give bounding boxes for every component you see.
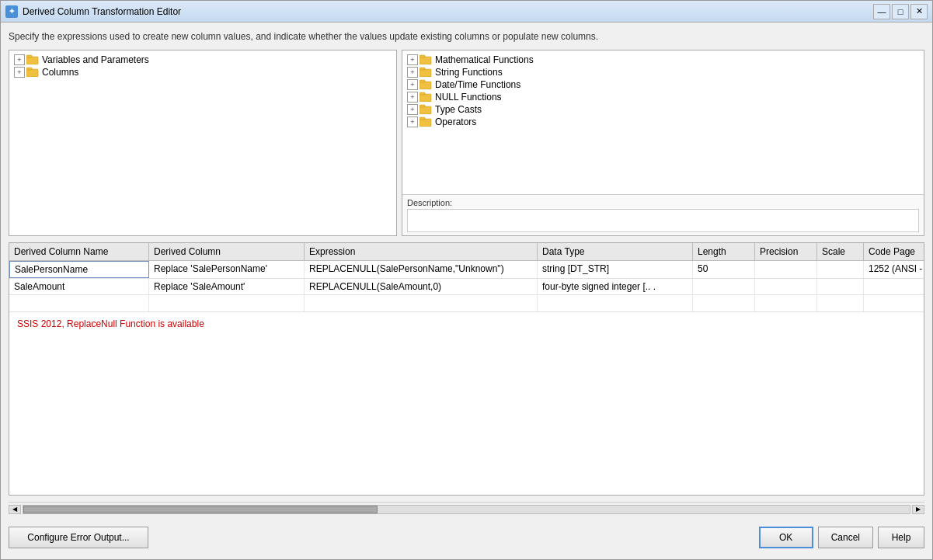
- cell-length-2[interactable]: [693, 279, 755, 294]
- tree-label-string: String Functions: [435, 67, 503, 78]
- close-button[interactable]: ✕: [910, 4, 928, 19]
- title-buttons: — □ ✕: [873, 4, 928, 19]
- svg-rect-14: [420, 119, 431, 127]
- scrollbar-thumb[interactable]: [23, 506, 378, 513]
- folder-icon-string: [420, 67, 432, 77]
- expand-icon-string[interactable]: +: [407, 67, 418, 78]
- tree-label-math: Mathematical Functions: [435, 54, 534, 65]
- cell-derived-1[interactable]: Replace 'SalePersonName': [149, 261, 305, 278]
- col-header-codepage: Code Page: [864, 243, 924, 260]
- cancel-button[interactable]: Cancel: [818, 527, 873, 548]
- col-header-name: Derived Column Name: [9, 243, 149, 260]
- expand-icon-null[interactable]: +: [407, 92, 418, 103]
- svg-rect-6: [420, 69, 431, 77]
- grid-body[interactable]: SalePersonName Replace 'SalePersonName' …: [9, 261, 924, 495]
- empty-cell-4: [538, 295, 693, 311]
- tree-label-datetime: Date/Time Functions: [435, 79, 520, 90]
- cell-name-2[interactable]: SaleAmount: [9, 279, 149, 294]
- horizontal-scrollbar[interactable]: ◀ ▶: [9, 502, 924, 516]
- folder-icon-datetime: [420, 79, 432, 89]
- svg-rect-4: [420, 57, 431, 64]
- window-title: Derived Column Transformation Editor: [23, 6, 873, 17]
- tree-item-columns[interactable]: + Columns: [12, 66, 393, 78]
- tree-label-columns: Columns: [42, 67, 78, 78]
- expand-icon-columns[interactable]: +: [14, 67, 25, 78]
- scrollbar-track[interactable]: [23, 505, 910, 514]
- title-bar: ✦ Derived Column Transformation Editor —…: [1, 1, 932, 23]
- cell-precision-1[interactable]: [755, 261, 817, 278]
- panels-row: + Variables and Parameters +: [9, 50, 924, 236]
- tree-item-math-functions[interactable]: + Mathematical Functions: [406, 54, 921, 66]
- svg-rect-1: [26, 55, 32, 57]
- right-panel-top[interactable]: + Mathematical Functions +: [402, 50, 924, 194]
- folder-icon-columns: [26, 67, 39, 77]
- minimize-button[interactable]: —: [873, 4, 890, 19]
- tree-item-variables[interactable]: + Variables and Parameters: [12, 54, 393, 66]
- empty-cell-2: [149, 295, 305, 311]
- scroll-right-button[interactable]: ▶: [912, 505, 924, 514]
- right-panel: + Mathematical Functions +: [402, 50, 924, 236]
- svg-rect-8: [420, 82, 431, 89]
- footer-right-buttons: OK Cancel Help: [759, 527, 924, 548]
- expand-icon-datetime[interactable]: +: [407, 79, 418, 90]
- expand-icon-typecasts[interactable]: +: [407, 104, 418, 115]
- expand-icon-math[interactable]: +: [407, 54, 418, 65]
- tree-item-datetime-functions[interactable]: + Date/Time Functions: [406, 78, 921, 91]
- folder-icon-null: [420, 92, 432, 102]
- cell-expression-1[interactable]: REPLACENULL(SalePersonName,"Unknown"): [305, 261, 538, 278]
- col-header-datatype: Data Type: [538, 243, 693, 260]
- cell-derived-2[interactable]: Replace 'SaleAmount': [149, 279, 305, 294]
- cell-precision-2[interactable]: [755, 279, 817, 294]
- expand-icon-operators[interactable]: +: [407, 117, 418, 127]
- cell-datatype-1[interactable]: string [DT_STR]: [538, 261, 693, 278]
- tree-item-string-functions[interactable]: + String Functions: [406, 66, 921, 78]
- table-row[interactable]: SalePersonName Replace 'SalePersonName' …: [9, 261, 924, 279]
- tree-label-typecasts: Type Casts: [435, 104, 482, 115]
- cell-datatype-2[interactable]: four-byte signed integer [.. .: [538, 279, 693, 294]
- configure-error-output-button[interactable]: Configure Error Output...: [9, 527, 148, 548]
- svg-rect-12: [420, 106, 431, 114]
- svg-rect-9: [420, 80, 425, 82]
- empty-cell-1: [9, 295, 149, 311]
- main-window: ✦ Derived Column Transformation Editor —…: [0, 0, 933, 560]
- col-header-length: Length: [693, 243, 755, 260]
- cell-length-1[interactable]: 50: [693, 261, 755, 278]
- maximize-button[interactable]: □: [892, 4, 909, 19]
- cell-scale-1[interactable]: [817, 261, 864, 278]
- svg-rect-7: [420, 68, 425, 70]
- col-header-expression: Expression: [305, 243, 538, 260]
- description-content-box: [407, 209, 919, 232]
- cell-expression-2[interactable]: REPLACENULL(SaleAmount,0): [305, 279, 538, 294]
- tree-label-null: NULL Functions: [435, 92, 502, 103]
- help-button[interactable]: Help: [878, 527, 924, 548]
- tree-item-null-functions[interactable]: + NULL Functions: [406, 91, 921, 103]
- cell-name-1[interactable]: SalePersonName: [9, 261, 149, 278]
- ok-button[interactable]: OK: [759, 527, 813, 548]
- table-row[interactable]: SaleAmount Replace 'SaleAmount' REPLACEN…: [9, 279, 924, 295]
- folder-icon-variables: [26, 54, 39, 64]
- folder-icon-operators: [420, 117, 432, 127]
- tree-item-type-casts[interactable]: + Type Casts: [406, 103, 921, 116]
- cell-codepage-2[interactable]: [864, 279, 924, 294]
- folder-icon-typecasts: [420, 104, 432, 114]
- svg-rect-3: [26, 68, 32, 70]
- empty-cell-8: [864, 295, 924, 311]
- left-panel[interactable]: + Variables and Parameters +: [9, 50, 397, 236]
- svg-rect-10: [420, 94, 431, 102]
- expand-icon-variables[interactable]: +: [14, 54, 25, 65]
- svg-rect-0: [26, 57, 38, 64]
- scroll-left-button[interactable]: ◀: [9, 505, 21, 514]
- tree-label-variables: Variables and Parameters: [42, 54, 149, 65]
- svg-rect-13: [420, 105, 425, 107]
- cell-codepage-1[interactable]: 1252 (ANSI - Latin I): [864, 261, 924, 278]
- svg-rect-15: [420, 117, 425, 120]
- tree-item-operators[interactable]: + Operators: [406, 116, 921, 128]
- svg-rect-5: [420, 55, 425, 57]
- col-header-derived: Derived Column: [149, 243, 305, 260]
- cell-scale-2[interactable]: [817, 279, 864, 294]
- folder-icon-math: [420, 54, 432, 64]
- table-row-empty[interactable]: [9, 295, 924, 312]
- empty-cell-7: [817, 295, 864, 311]
- svg-rect-11: [420, 92, 425, 95]
- footer-buttons: Configure Error Output... OK Cancel Help: [9, 522, 924, 551]
